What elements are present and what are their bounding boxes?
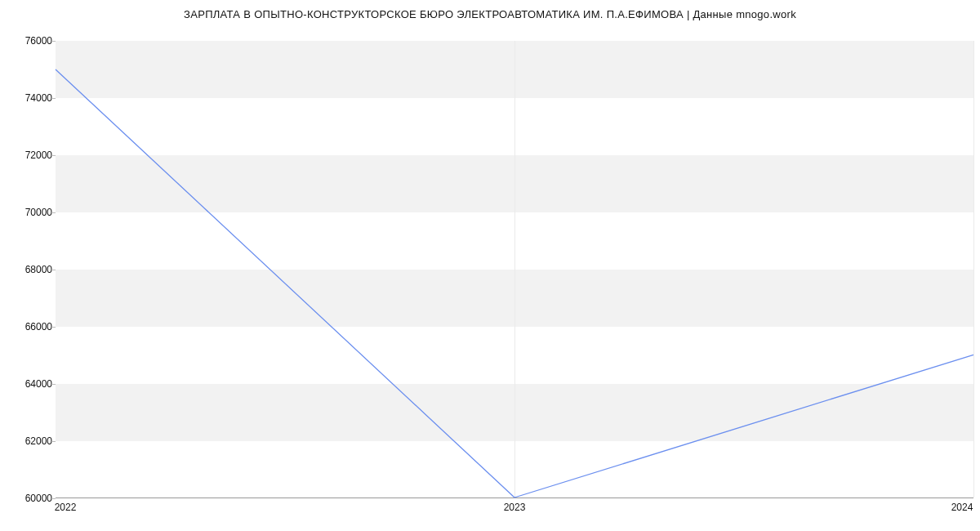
line-series — [56, 41, 973, 498]
y-tick-label: 74000 — [3, 92, 52, 104]
y-tick-label: 60000 — [3, 493, 52, 504]
y-tick-label: 62000 — [3, 435, 52, 447]
chart-container: ЗАРПЛАТА В ОПЫТНО-КОНСТРУКТОРСКОЕ БЮРО Э… — [0, 0, 980, 531]
y-tick-label: 72000 — [3, 149, 52, 161]
x-tick-label: 2022 — [55, 502, 77, 513]
y-tick-label: 66000 — [3, 321, 52, 332]
y-tick-label: 64000 — [3, 378, 52, 390]
y-tick-label: 76000 — [3, 35, 52, 47]
x-tick-label: 2024 — [951, 502, 973, 513]
y-tick-label: 70000 — [3, 207, 52, 218]
chart-title: ЗАРПЛАТА В ОПЫТНО-КОНСТРУКТОРСКОЕ БЮРО Э… — [0, 8, 980, 20]
y-tick-label: 68000 — [3, 264, 52, 275]
plot-area — [56, 41, 973, 498]
grid-line-vertical — [973, 41, 974, 498]
y-tick-mark — [51, 498, 56, 499]
x-tick-label: 2023 — [504, 502, 526, 513]
